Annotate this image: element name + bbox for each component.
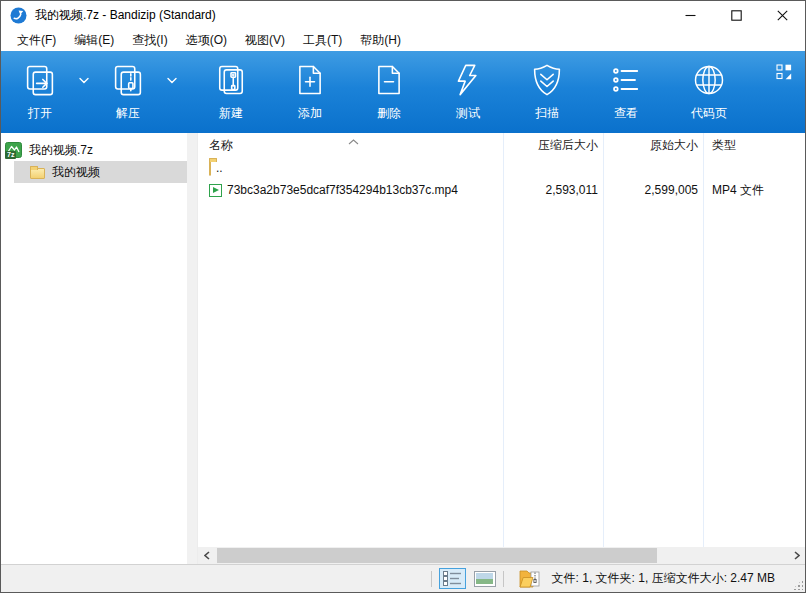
delete-files-icon [371,60,407,100]
window-title: 我的视频.7z - Bandizip (Standard) [35,7,216,24]
horizontal-scrollbar[interactable] [198,547,805,564]
maximize-button[interactable] [713,1,759,30]
scan-virus-icon [529,60,565,100]
new-archive-label: 新建 [219,105,243,122]
codepage-icon [691,60,727,100]
codepage-label: 代码页 [691,105,727,122]
menu-view[interactable]: 视图(V) [236,30,294,51]
original-size [603,157,703,179]
file-name: 73bc3a2b73e5dcaf7f354294b13cb37c.mp4 [227,183,458,197]
sort-ascending-icon [348,134,359,148]
status-bar: 文件: 1, 文件夹: 1, 压缩文件大小: 2.47 MB [1,564,805,592]
new-archive-icon [213,60,249,100]
folder-icon [209,161,211,175]
minimize-button[interactable] [667,1,713,30]
extract-label: 解压 [116,105,140,122]
view-file-icon [608,60,644,100]
scroll-left-icon[interactable] [198,547,215,564]
column-divider [703,133,704,547]
delete-files-label: 删除 [377,105,401,122]
test-archive-icon [450,60,486,100]
window-controls [667,1,805,30]
archive-7z-badge: 7z [5,151,16,159]
menu-options[interactable]: 选项(O) [177,30,236,51]
open-label: 打开 [28,105,52,122]
scan-virus-button[interactable]: 扫描 [515,58,579,126]
file-type [703,157,805,179]
list-row-parent-dir[interactable]: .. [198,157,805,179]
column-divider [603,133,604,547]
menu-tools[interactable]: 工具(T) [294,30,351,51]
add-files-label: 添加 [298,105,322,122]
delete-files-button[interactable]: 删除 [357,58,421,126]
packed-size: 2,593,011 [503,179,603,201]
open-archive-folder-icon [519,569,541,588]
original-size: 2,599,005 [603,179,703,201]
bandizip-logo-icon [10,7,27,24]
test-archive-button[interactable]: 测试 [436,58,500,126]
column-divider [503,133,504,547]
menu-file[interactable]: 文件(F) [8,30,65,51]
details-view-icon[interactable] [439,568,466,589]
scrollbar-thumb[interactable] [217,548,657,563]
main-area: 7z 我的视频.7z 我的视频 名称 压缩后大小 [1,133,805,564]
menu-find[interactable]: 查找(I) [123,30,176,51]
close-button[interactable] [759,1,805,30]
view-file-button[interactable]: 查看 [594,58,658,126]
packed-size [503,157,603,179]
folder-icon [30,165,45,179]
open-dropdown-chevron-icon[interactable] [72,58,96,102]
scan-virus-label: 扫描 [535,105,559,122]
scroll-right-icon[interactable] [788,547,805,564]
menu-edit[interactable]: 编辑(E) [65,30,123,51]
tree-item-label: 我的视频.7z [29,142,93,159]
view-file-label: 查看 [614,105,638,122]
add-files-button[interactable]: 添加 [278,58,342,126]
tree-item-label: 我的视频 [52,164,100,181]
extract-dropdown-chevron-icon[interactable] [160,58,184,102]
menu-help[interactable]: 帮助(H) [351,30,410,51]
thumbnail-view-icon[interactable] [474,571,496,587]
codepage-button[interactable]: 代码页 [673,58,745,126]
column-header-type[interactable]: 类型 [703,133,805,157]
open-archive-icon [22,60,58,100]
toolbar: 打开 解压 [1,51,805,133]
archive-tree-panel: 7z 我的视频.7z 我的视频 [1,133,197,564]
open-button[interactable]: 打开 [8,58,72,126]
list-row-mp4-file[interactable]: 73bc3a2b73e5dcaf7f354294b13cb37c.mp4 2,5… [198,179,805,201]
title-bar: 我的视频.7z - Bandizip (Standard) [1,1,805,30]
column-header-original-size[interactable]: 原始大小 [603,133,703,157]
tree-scrollbar[interactable] [187,133,197,564]
resize-grip[interactable] [792,579,803,590]
statusbar-divider [431,571,432,587]
status-summary: 文件: 1, 文件夹: 1, 压缩文件大小: 2.47 MB [552,570,775,587]
test-archive-label: 测试 [456,105,480,122]
media-file-icon [209,184,222,197]
new-archive-button[interactable]: 新建 [199,58,263,126]
menu-bar: 文件(F) 编辑(E) 查找(I) 选项(O) 视图(V) 工具(T) 帮助(H… [1,30,805,51]
column-header-packed-size[interactable]: 压缩后大小 [503,133,603,157]
extract-icon [110,60,146,100]
file-name: .. [216,161,223,175]
statusbar-divider [503,571,504,587]
tree-item-folder[interactable]: 我的视频 [14,161,188,183]
list-header: 名称 压缩后大小 原始大小 类型 [198,133,805,157]
customize-toolbar-icon[interactable] [776,64,792,80]
archive-7z-icon: 7z [5,142,22,158]
file-type: MP4 文件 [703,179,805,201]
tree-item-archive[interactable]: 7z 我的视频.7z [1,139,188,161]
extract-button[interactable]: 解压 [96,58,160,126]
file-list-panel: 名称 压缩后大小 原始大小 类型 .. 73bc3a2b73e5dcaf7f35… [197,133,805,564]
add-files-icon [292,60,328,100]
bandizip-window: 我的视频.7z - Bandizip (Standard) 文件(F) 编辑(E… [0,0,806,593]
